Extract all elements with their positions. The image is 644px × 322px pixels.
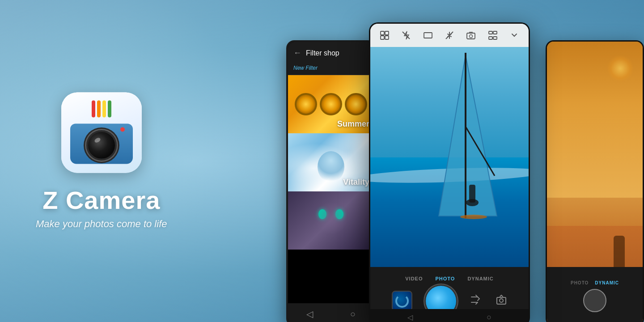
svg-rect-2 [381, 36, 384, 39]
filter-grid: Summer Vitality [288, 75, 374, 250]
shuffle-icon[interactable] [470, 293, 482, 309]
stripe-orange [97, 101, 101, 118]
filter-shop-header: ← Filter shop [288, 42, 374, 62]
svg-point-8 [470, 35, 473, 38]
windsurfer-photo [370, 24, 529, 267]
nav-back-icon[interactable]: ◁ [306, 309, 313, 319]
svg-rect-0 [381, 31, 384, 35]
phone-third: PHOTO DYNAMIC [546, 40, 644, 322]
filter-label-vitality: Vitality [343, 178, 369, 187]
phone-3-shutter-button[interactable] [583, 289, 606, 312]
filter-label-summer: Summer [337, 119, 369, 129]
svg-rect-9 [489, 31, 492, 34]
camera-toolbar [370, 24, 529, 47]
system-back-icon[interactable]: ◁ [407, 313, 413, 322]
app-icon [61, 93, 142, 173]
app-icon-inner [61, 93, 142, 173]
phones-section: ← Filter shop New Filter Summer [286, 0, 644, 322]
nav-home-icon[interactable]: ○ [350, 309, 356, 319]
phone-main-camera: VIDEO PHOTO DYNAMIC [369, 22, 530, 322]
expand-icon[interactable] [486, 28, 500, 42]
phone-2-screen: VIDEO PHOTO DYNAMIC [370, 24, 529, 322]
stripe-yellow [102, 101, 106, 118]
chevron-down-icon[interactable] [507, 28, 521, 42]
filter-item-summer[interactable]: Summer [288, 75, 374, 133]
stripe-red [92, 101, 95, 118]
svg-rect-10 [493, 31, 497, 34]
app-name: Z Camera [42, 186, 160, 215]
gallery-thumbnail[interactable] [392, 291, 412, 311]
svg-rect-1 [385, 31, 389, 35]
camera-nav-bottom: ◁ ○ [370, 309, 529, 322]
camera-settings-icon[interactable] [464, 28, 478, 42]
svg-point-17 [460, 215, 487, 219]
phone-filter-shop: ← Filter shop New Filter Summer [286, 40, 376, 322]
mode-tab-photo[interactable]: PHOTO [435, 276, 455, 281]
filter-item-vitality[interactable]: Vitality [288, 133, 374, 191]
mode-tab-video[interactable]: VIDEO [405, 276, 423, 281]
mute-icon[interactable] [442, 28, 457, 42]
camera-dot [120, 127, 125, 132]
svg-rect-3 [385, 36, 389, 39]
rainbow-stripes [92, 101, 111, 118]
filter-shop-subtitle: New Filter [288, 62, 374, 75]
svg-rect-12 [493, 37, 497, 39]
svg-rect-5 [424, 33, 432, 38]
phone-1-bottom-nav: ◁ ○ [288, 303, 374, 322]
mode-tab-dynamic[interactable]: DYNAMIC [467, 276, 493, 281]
camera-mode-tabs: VIDEO PHOTO DYNAMIC [405, 276, 494, 281]
aspect-ratio-icon[interactable] [421, 28, 435, 42]
phone-3-controls: PHOTO DYNAMIC [547, 267, 643, 322]
system-home-icon[interactable]: ○ [487, 313, 491, 322]
filter-item-cat[interactable] [288, 191, 374, 250]
camera-body [70, 124, 133, 164]
phone-3-screen: PHOTO DYNAMIC [547, 42, 643, 322]
left-section: Z Camera Make your photos come to life [36, 93, 167, 230]
app-tagline: Make your photos come to life [36, 218, 167, 230]
gallery-spiral-icon [395, 294, 409, 308]
back-arrow-icon[interactable]: ← [293, 48, 301, 58]
phone-3-mode-tabs: PHOTO DYNAMIC [571, 280, 619, 285]
p3-mode-photo[interactable]: PHOTO [571, 280, 589, 285]
svg-rect-11 [489, 37, 492, 39]
filter-shop-title: Filter shop [306, 49, 339, 57]
windsurfer-sail-svg [425, 46, 506, 225]
svg-rect-16 [469, 185, 475, 203]
phone-1-screen: ← Filter shop New Filter Summer [288, 42, 374, 322]
p3-mode-dynamic[interactable]: DYNAMIC [595, 280, 619, 285]
grid-icon[interactable] [377, 28, 392, 42]
flash-off-icon[interactable] [399, 28, 413, 42]
svg-point-19 [500, 299, 503, 302]
camera-lens [86, 130, 117, 161]
flip-camera-icon[interactable] [496, 294, 507, 308]
stripe-green [108, 101, 111, 118]
